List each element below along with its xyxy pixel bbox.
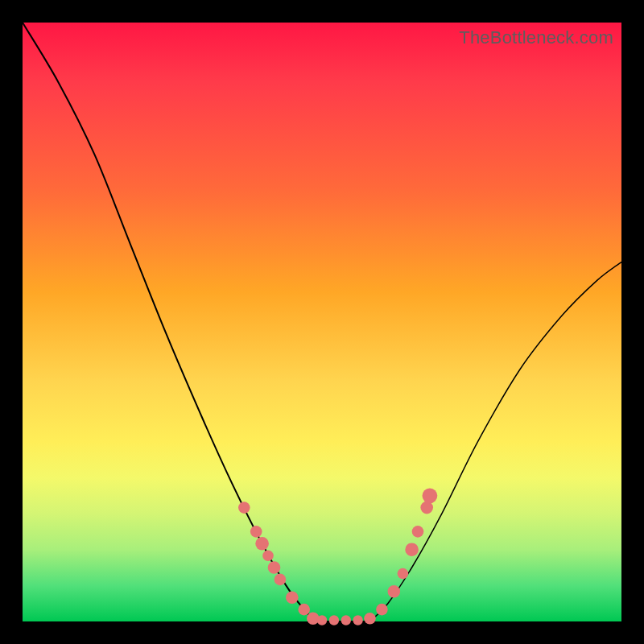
data-marker [405,543,419,556]
data-marker [423,488,438,503]
plot-area: TheBottleneck.com [23,23,621,621]
left-curve [23,23,316,621]
data-marker [298,604,310,616]
data-marker [329,615,339,625]
right-curve [370,262,622,621]
data-marker [388,585,401,598]
chart-frame: TheBottleneck.com [0,0,644,644]
data-marker [420,502,433,514]
data-marker [262,550,274,561]
data-marker [255,537,269,551]
data-marker [353,615,362,625]
chart-svg [23,23,621,621]
data-marker [412,526,424,538]
data-marker [398,568,409,580]
data-marker [317,615,327,625]
data-marker [286,591,299,604]
data-marker [250,526,262,538]
data-marker [376,604,388,616]
data-marker [341,615,351,625]
data-markers [238,488,437,625]
data-marker [275,574,287,586]
data-marker [364,613,376,625]
data-marker [238,502,250,514]
data-marker [268,561,281,574]
